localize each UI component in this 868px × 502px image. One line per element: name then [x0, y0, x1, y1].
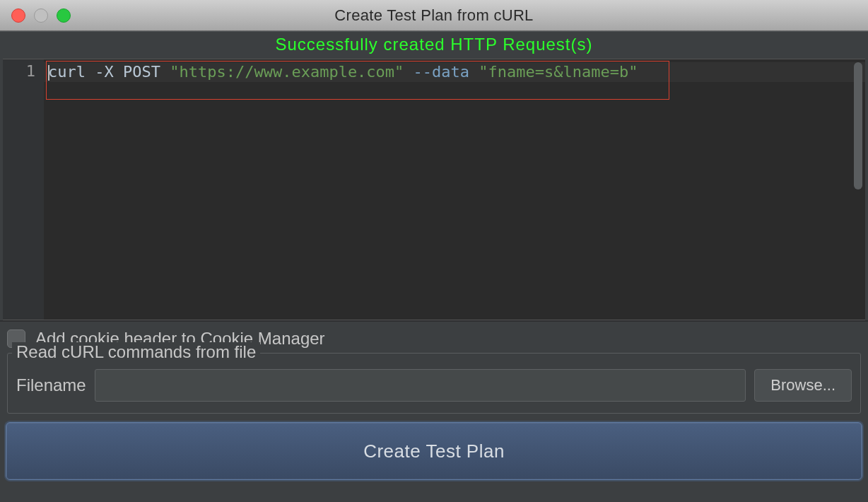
- token-method: POST: [123, 63, 160, 81]
- window-title: Create Test Plan from cURL: [0, 6, 868, 25]
- create-test-plan-button[interactable]: Create Test Plan: [6, 422, 862, 480]
- code-line[interactable]: curl -X POST "https://www.example.com" -…: [44, 62, 865, 82]
- curl-editor[interactable]: 1 curl -X POST "https://www.example.com"…: [3, 59, 865, 320]
- filename-label: Filename: [16, 375, 86, 395]
- editor-gutter: 1: [3, 59, 44, 320]
- file-fieldset: Read cURL commands from file Filename Br…: [7, 353, 861, 414]
- options-panel: Add cookie header to Cookie Manager Read…: [0, 320, 868, 414]
- editor-code-area[interactable]: curl -X POST "https://www.example.com" -…: [44, 59, 865, 320]
- file-row: Filename Browse...: [16, 363, 852, 402]
- filename-input[interactable]: [95, 369, 746, 402]
- action-area: Create Test Plan: [0, 414, 868, 486]
- status-message: Successfully created HTTP Request(s): [0, 31, 868, 59]
- fieldset-legend: Read cURL commands from file: [12, 342, 260, 362]
- titlebar: Create Test Plan from cURL: [0, 0, 868, 31]
- editor-scrollbar[interactable]: [852, 61, 864, 202]
- dialog-create-test-plan: Create Test Plan from cURL Successfully …: [0, 0, 868, 502]
- token-url: "https://www.example.com": [170, 63, 404, 81]
- token-flag-x: -X: [95, 63, 114, 81]
- token-command: curl: [48, 63, 86, 81]
- token-body: "fname=s&lname=b": [479, 63, 638, 81]
- line-number: 1: [3, 62, 35, 80]
- scroll-thumb[interactable]: [854, 62, 862, 189]
- browse-button[interactable]: Browse...: [754, 369, 852, 402]
- token-flag-data: --data: [414, 63, 469, 81]
